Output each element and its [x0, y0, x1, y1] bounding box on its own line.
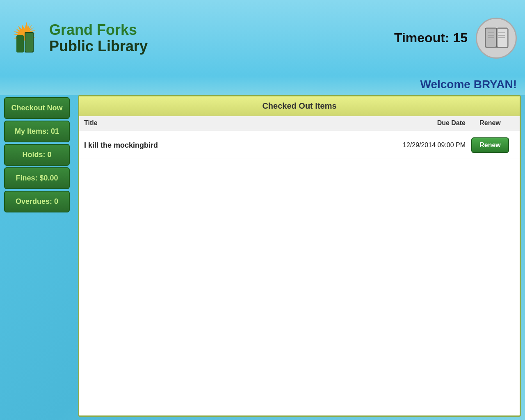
header-right: Timeout: 15	[394, 18, 517, 59]
renew-button[interactable]: Renew	[471, 137, 509, 153]
table-header: Title Due Date Renew	[79, 116, 520, 130]
logo-area: Grand Forks Public Library	[8, 20, 394, 57]
checked-out-panel: Checked Out Items Title Due Date Renew I…	[78, 95, 521, 417]
logo-line1: Grand Forks	[49, 22, 148, 38]
logo-text: Grand Forks Public Library	[49, 22, 148, 54]
holds-button[interactable]: Holds: 0	[4, 144, 70, 166]
item-renew-cell: Renew	[466, 137, 515, 153]
item-due-date: 12/29/2014 09:00 PM	[375, 142, 466, 149]
col-header-renew: Renew	[466, 119, 515, 127]
welcome-message: Welcome BRYAN!	[420, 78, 517, 91]
library-logo-icon	[8, 20, 45, 57]
table-row: I kill the mockingbird 12/29/2014 09:00 …	[79, 132, 520, 158]
header: Grand Forks Public Library Timeout: 15	[0, 0, 525, 76]
item-title: I kill the mockingbird	[84, 141, 375, 150]
svg-rect-1	[16, 35, 24, 52]
logo-line2: Public Library	[49, 38, 148, 55]
content-area: Checked Out Items Title Due Date Renew I…	[78, 95, 521, 417]
my-items-button[interactable]: My Items: 01	[4, 121, 70, 142]
table-body: I kill the mockingbird 12/29/2014 09:00 …	[79, 130, 520, 415]
main-layout: Checkout Now My Items: 01 Holds: 0 Fines…	[0, 95, 525, 420]
timeout-label: Timeout:	[394, 30, 450, 45]
timeout-value: 15	[453, 30, 468, 45]
fines-button[interactable]: Fines: $0.00	[4, 167, 70, 189]
timeout-display: Timeout: 15	[394, 30, 468, 46]
overdues-button[interactable]: Overdues: 0	[4, 191, 70, 212]
col-header-title: Title	[84, 119, 375, 127]
welcome-bar: Welcome BRYAN!	[0, 76, 525, 95]
panel-title: Checked Out Items	[79, 96, 520, 116]
checkout-now-button[interactable]: Checkout Now	[4, 97, 70, 119]
svg-rect-3	[25, 33, 33, 52]
book-icon	[476, 18, 517, 59]
sidebar: Checkout Now My Items: 01 Holds: 0 Fines…	[4, 95, 74, 417]
col-header-due: Due Date	[375, 119, 466, 127]
